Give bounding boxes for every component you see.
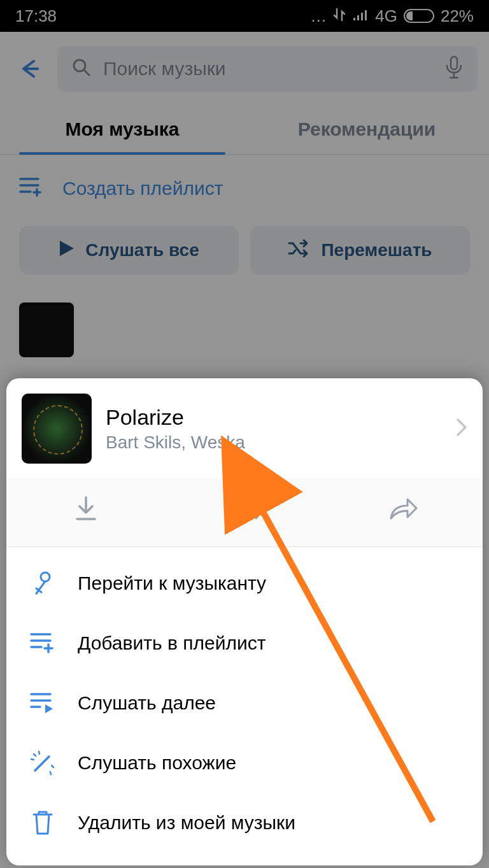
menu-add-to-playlist[interactable]: Добавить в плейлист: [6, 613, 483, 673]
trash-icon: [28, 808, 57, 837]
broadcast-button[interactable]: [165, 489, 323, 527]
playlist-add-icon: [28, 629, 57, 658]
menu-go-to-artist[interactable]: Перейти к музыканту: [6, 553, 483, 613]
play-next-icon: [28, 688, 57, 718]
sheet-track-header[interactable]: Polarize Bart Skils, Weska: [6, 378, 483, 478]
bottom-sheet: Polarize Bart Skils, Weska: [6, 378, 483, 865]
album-art: [22, 394, 92, 464]
sheet-quick-actions: [6, 478, 483, 547]
menu-delete[interactable]: Удалить из моей музыки: [6, 793, 483, 853]
menu-label: Слушать похожие: [78, 752, 236, 774]
menu-label: Удалить из моей музыки: [78, 812, 295, 834]
track-artist: Bart Skils, Weska: [106, 432, 442, 453]
context-menu: Перейти к музыканту Добавить в плейлист …: [6, 547, 483, 865]
wand-icon: [28, 748, 57, 778]
menu-label: Слушать далее: [78, 692, 216, 714]
track-title: Polarize: [106, 405, 442, 430]
download-button[interactable]: [6, 489, 165, 527]
artist-icon: [28, 569, 57, 598]
svg-point-3: [41, 573, 50, 581]
chevron-right-icon: [456, 418, 467, 439]
menu-play-next[interactable]: Слушать далее: [6, 673, 483, 733]
menu-play-similar[interactable]: Слушать похожие: [6, 733, 483, 793]
menu-label: Добавить в плейлист: [78, 632, 266, 654]
share-button[interactable]: [324, 489, 483, 527]
menu-label: Перейти к музыканту: [78, 573, 266, 594]
svg-point-2: [242, 506, 247, 511]
